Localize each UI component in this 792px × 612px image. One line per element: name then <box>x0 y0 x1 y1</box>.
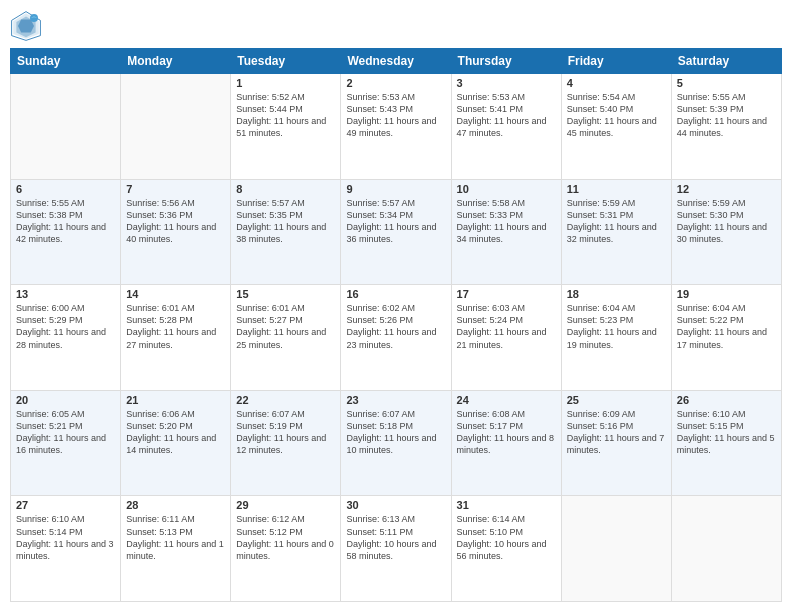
day-number: 21 <box>126 394 225 406</box>
weekday-header: Tuesday <box>231 49 341 74</box>
calendar-cell <box>561 496 671 602</box>
day-number: 6 <box>16 183 115 195</box>
calendar-week-row: 1Sunrise: 5:52 AM Sunset: 5:44 PM Daylig… <box>11 74 782 180</box>
calendar-cell: 17Sunrise: 6:03 AM Sunset: 5:24 PM Dayli… <box>451 285 561 391</box>
cell-content: Sunrise: 6:01 AM Sunset: 5:27 PM Dayligh… <box>236 302 335 351</box>
calendar-cell: 31Sunrise: 6:14 AM Sunset: 5:10 PM Dayli… <box>451 496 561 602</box>
calendar-cell: 6Sunrise: 5:55 AM Sunset: 5:38 PM Daylig… <box>11 179 121 285</box>
calendar-cell: 13Sunrise: 6:00 AM Sunset: 5:29 PM Dayli… <box>11 285 121 391</box>
logo <box>10 10 46 42</box>
calendar-cell: 12Sunrise: 5:59 AM Sunset: 5:30 PM Dayli… <box>671 179 781 285</box>
weekday-header: Monday <box>121 49 231 74</box>
calendar-cell: 15Sunrise: 6:01 AM Sunset: 5:27 PM Dayli… <box>231 285 341 391</box>
header <box>10 10 782 42</box>
calendar-week-row: 20Sunrise: 6:05 AM Sunset: 5:21 PM Dayli… <box>11 390 782 496</box>
calendar-week-row: 27Sunrise: 6:10 AM Sunset: 5:14 PM Dayli… <box>11 496 782 602</box>
svg-marker-3 <box>18 20 34 33</box>
svg-point-4 <box>30 14 38 22</box>
calendar-cell <box>11 74 121 180</box>
cell-content: Sunrise: 5:54 AM Sunset: 5:40 PM Dayligh… <box>567 91 666 140</box>
cell-content: Sunrise: 5:58 AM Sunset: 5:33 PM Dayligh… <box>457 197 556 246</box>
day-number: 12 <box>677 183 776 195</box>
day-number: 8 <box>236 183 335 195</box>
cell-content: Sunrise: 5:55 AM Sunset: 5:38 PM Dayligh… <box>16 197 115 246</box>
calendar-header-row: SundayMondayTuesdayWednesdayThursdayFrid… <box>11 49 782 74</box>
day-number: 16 <box>346 288 445 300</box>
cell-content: Sunrise: 6:04 AM Sunset: 5:23 PM Dayligh… <box>567 302 666 351</box>
calendar-cell: 11Sunrise: 5:59 AM Sunset: 5:31 PM Dayli… <box>561 179 671 285</box>
calendar-week-row: 6Sunrise: 5:55 AM Sunset: 5:38 PM Daylig… <box>11 179 782 285</box>
cell-content: Sunrise: 6:04 AM Sunset: 5:22 PM Dayligh… <box>677 302 776 351</box>
calendar-cell: 23Sunrise: 6:07 AM Sunset: 5:18 PM Dayli… <box>341 390 451 496</box>
cell-content: Sunrise: 5:52 AM Sunset: 5:44 PM Dayligh… <box>236 91 335 140</box>
cell-content: Sunrise: 5:57 AM Sunset: 5:35 PM Dayligh… <box>236 197 335 246</box>
calendar-cell: 14Sunrise: 6:01 AM Sunset: 5:28 PM Dayli… <box>121 285 231 391</box>
cell-content: Sunrise: 5:55 AM Sunset: 5:39 PM Dayligh… <box>677 91 776 140</box>
calendar-cell: 29Sunrise: 6:12 AM Sunset: 5:12 PM Dayli… <box>231 496 341 602</box>
cell-content: Sunrise: 6:11 AM Sunset: 5:13 PM Dayligh… <box>126 513 225 562</box>
calendar-cell: 9Sunrise: 5:57 AM Sunset: 5:34 PM Daylig… <box>341 179 451 285</box>
day-number: 19 <box>677 288 776 300</box>
page: SundayMondayTuesdayWednesdayThursdayFrid… <box>0 0 792 612</box>
calendar-cell <box>121 74 231 180</box>
day-number: 1 <box>236 77 335 89</box>
day-number: 13 <box>16 288 115 300</box>
day-number: 5 <box>677 77 776 89</box>
day-number: 17 <box>457 288 556 300</box>
day-number: 23 <box>346 394 445 406</box>
day-number: 28 <box>126 499 225 511</box>
calendar-cell: 27Sunrise: 6:10 AM Sunset: 5:14 PM Dayli… <box>11 496 121 602</box>
day-number: 31 <box>457 499 556 511</box>
calendar-cell: 25Sunrise: 6:09 AM Sunset: 5:16 PM Dayli… <box>561 390 671 496</box>
cell-content: Sunrise: 5:53 AM Sunset: 5:43 PM Dayligh… <box>346 91 445 140</box>
calendar-week-row: 13Sunrise: 6:00 AM Sunset: 5:29 PM Dayli… <box>11 285 782 391</box>
calendar-cell: 20Sunrise: 6:05 AM Sunset: 5:21 PM Dayli… <box>11 390 121 496</box>
day-number: 20 <box>16 394 115 406</box>
cell-content: Sunrise: 6:05 AM Sunset: 5:21 PM Dayligh… <box>16 408 115 457</box>
day-number: 15 <box>236 288 335 300</box>
cell-content: Sunrise: 6:02 AM Sunset: 5:26 PM Dayligh… <box>346 302 445 351</box>
cell-content: Sunrise: 6:09 AM Sunset: 5:16 PM Dayligh… <box>567 408 666 457</box>
calendar-cell: 8Sunrise: 5:57 AM Sunset: 5:35 PM Daylig… <box>231 179 341 285</box>
weekday-header: Thursday <box>451 49 561 74</box>
day-number: 3 <box>457 77 556 89</box>
cell-content: Sunrise: 5:57 AM Sunset: 5:34 PM Dayligh… <box>346 197 445 246</box>
calendar-cell: 21Sunrise: 6:06 AM Sunset: 5:20 PM Dayli… <box>121 390 231 496</box>
cell-content: Sunrise: 5:59 AM Sunset: 5:30 PM Dayligh… <box>677 197 776 246</box>
day-number: 2 <box>346 77 445 89</box>
calendar-table: SundayMondayTuesdayWednesdayThursdayFrid… <box>10 48 782 602</box>
calendar-cell: 1Sunrise: 5:52 AM Sunset: 5:44 PM Daylig… <box>231 74 341 180</box>
cell-content: Sunrise: 6:07 AM Sunset: 5:19 PM Dayligh… <box>236 408 335 457</box>
calendar-cell: 5Sunrise: 5:55 AM Sunset: 5:39 PM Daylig… <box>671 74 781 180</box>
cell-content: Sunrise: 6:08 AM Sunset: 5:17 PM Dayligh… <box>457 408 556 457</box>
calendar-cell: 30Sunrise: 6:13 AM Sunset: 5:11 PM Dayli… <box>341 496 451 602</box>
day-number: 22 <box>236 394 335 406</box>
calendar-cell: 26Sunrise: 6:10 AM Sunset: 5:15 PM Dayli… <box>671 390 781 496</box>
day-number: 26 <box>677 394 776 406</box>
calendar-cell: 2Sunrise: 5:53 AM Sunset: 5:43 PM Daylig… <box>341 74 451 180</box>
calendar-cell: 22Sunrise: 6:07 AM Sunset: 5:19 PM Dayli… <box>231 390 341 496</box>
day-number: 11 <box>567 183 666 195</box>
calendar-cell: 24Sunrise: 6:08 AM Sunset: 5:17 PM Dayli… <box>451 390 561 496</box>
calendar-cell <box>671 496 781 602</box>
cell-content: Sunrise: 5:56 AM Sunset: 5:36 PM Dayligh… <box>126 197 225 246</box>
cell-content: Sunrise: 6:03 AM Sunset: 5:24 PM Dayligh… <box>457 302 556 351</box>
day-number: 24 <box>457 394 556 406</box>
day-number: 25 <box>567 394 666 406</box>
logo-icon <box>10 10 42 42</box>
calendar-cell: 3Sunrise: 5:53 AM Sunset: 5:41 PM Daylig… <box>451 74 561 180</box>
day-number: 30 <box>346 499 445 511</box>
day-number: 4 <box>567 77 666 89</box>
calendar-cell: 19Sunrise: 6:04 AM Sunset: 5:22 PM Dayli… <box>671 285 781 391</box>
day-number: 10 <box>457 183 556 195</box>
cell-content: Sunrise: 6:10 AM Sunset: 5:14 PM Dayligh… <box>16 513 115 562</box>
weekday-header: Sunday <box>11 49 121 74</box>
day-number: 27 <box>16 499 115 511</box>
cell-content: Sunrise: 6:00 AM Sunset: 5:29 PM Dayligh… <box>16 302 115 351</box>
cell-content: Sunrise: 5:59 AM Sunset: 5:31 PM Dayligh… <box>567 197 666 246</box>
day-number: 7 <box>126 183 225 195</box>
calendar-cell: 28Sunrise: 6:11 AM Sunset: 5:13 PM Dayli… <box>121 496 231 602</box>
cell-content: Sunrise: 6:06 AM Sunset: 5:20 PM Dayligh… <box>126 408 225 457</box>
calendar-cell: 7Sunrise: 5:56 AM Sunset: 5:36 PM Daylig… <box>121 179 231 285</box>
day-number: 9 <box>346 183 445 195</box>
